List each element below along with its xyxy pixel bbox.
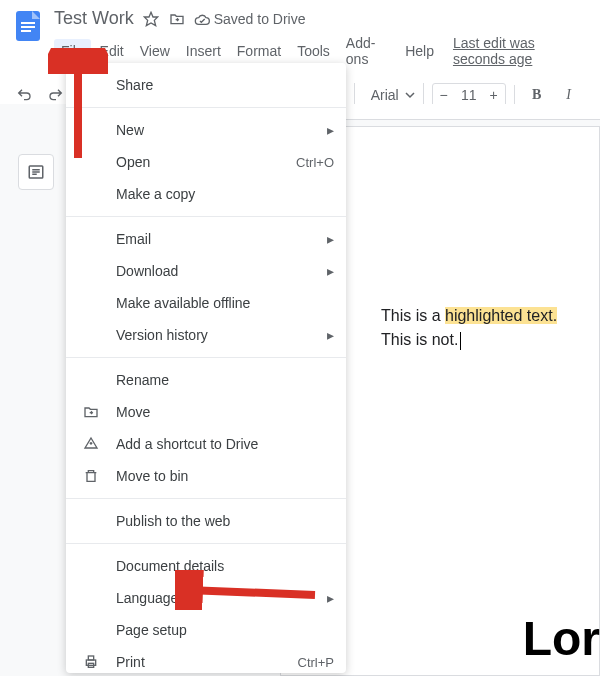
font-size-decrease[interactable]: − [433,84,455,106]
outline-toggle[interactable] [18,154,54,190]
menu-add-shortcut[interactable]: Add a shortcut to Drive [66,428,346,460]
svg-rect-2 [21,26,35,28]
text-line-2: This is not. [381,331,579,350]
menu-new[interactable]: New▸ [66,114,346,146]
highlighted-text: highlighted text. [445,307,557,324]
shortcut-label: Ctrl+O [296,155,334,170]
trash-icon [80,466,102,486]
menu-email[interactable]: Email▸ [66,223,346,255]
font-size-value[interactable]: 11 [455,87,483,103]
text-line-1: This is a highlighted text. [381,307,579,325]
star-icon[interactable] [142,10,160,28]
menu-file[interactable]: File [54,39,91,63]
svg-rect-12 [88,656,93,660]
saved-status: Saved to Drive [194,11,306,27]
svg-rect-3 [21,30,31,32]
menu-edit[interactable]: Edit [93,39,131,63]
menu-print[interactable]: PrintCtrl+P [66,646,346,676]
chevron-right-icon: ▸ [327,590,334,606]
menu-make-copy[interactable]: Make a copy [66,178,346,210]
drive-shortcut-icon [80,434,102,454]
menu-share[interactable]: Share [66,69,346,101]
menu-publish[interactable]: Publish to the web [66,505,346,537]
move-icon [80,402,102,422]
menu-help[interactable]: Help [398,39,441,63]
menu-insert[interactable]: Insert [179,39,228,63]
menu-format[interactable]: Format [230,39,288,63]
chevron-right-icon: ▸ [327,231,334,247]
menu-offline[interactable]: Make available offline [66,287,346,319]
chevron-right-icon: ▸ [327,263,334,279]
menu-document-details[interactable]: Document details [66,550,346,582]
menu-download[interactable]: Download▸ [66,255,346,287]
file-menu-dropdown: Share New▸ OpenCtrl+O Make a copy Email▸… [66,63,346,673]
doc-title[interactable]: Test Work [54,8,134,29]
menu-move[interactable]: Move [66,396,346,428]
menu-version-history[interactable]: Version history▸ [66,319,346,351]
menu-view[interactable]: View [133,39,177,63]
move-folder-icon[interactable] [168,10,186,28]
menu-language[interactable]: Language▸ [66,582,346,614]
docs-logo[interactable] [10,8,46,44]
chevron-right-icon: ▸ [327,327,334,343]
font-size-increase[interactable]: + [483,84,505,106]
menu-page-setup[interactable]: Page setup [66,614,346,646]
menu-addons[interactable]: Add-ons [339,31,396,71]
shortcut-label: Ctrl+P [298,655,334,670]
text-cursor [460,332,461,350]
watermark-text: Lor [523,611,600,666]
menu-tools[interactable]: Tools [290,39,337,63]
menu-rename[interactable]: Rename [66,364,346,396]
chevron-right-icon: ▸ [327,122,334,138]
print-icon [80,652,102,672]
menu-open[interactable]: OpenCtrl+O [66,146,346,178]
svg-rect-1 [21,22,35,24]
last-edit-link[interactable]: Last edit was seconds age [453,35,590,67]
svg-marker-4 [144,12,157,25]
menu-move-to-bin[interactable]: Move to bin [66,460,346,492]
